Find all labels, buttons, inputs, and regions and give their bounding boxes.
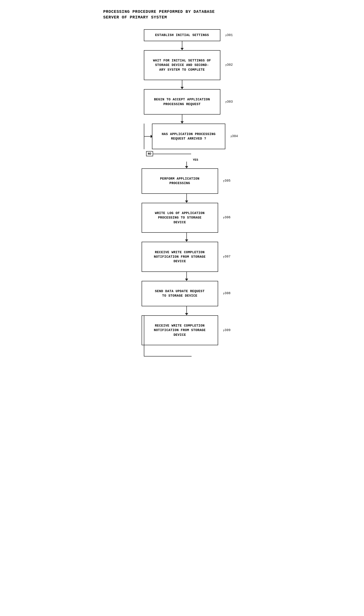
bottom-loop-connector [126,345,238,357]
arrow-2 [144,80,220,89]
label-306: ⲣ306 [223,216,231,220]
step-306-box: WRITE LOG OF APPLICATION PROCESSING TO S… [142,203,218,233]
step-302-row: WAIT FOR INITIAL SETTINGS OF STORAGE DEV… [103,50,261,80]
step-305-row: PERFORM APPLICATION PROCESSING ⲣ305 [126,168,238,194]
no-badge: NO [146,151,153,156]
loop-left-bottom-line [144,315,144,345]
flowchart-diagram: ESTABLISH INITIAL SETTINGS ⲣ301 WAIT FOR… [103,29,261,357]
label-305: ⲣ305 [223,179,231,183]
step-301-box: ESTABLISH INITIAL SETTINGS ⲣ301 [144,29,220,41]
loop-arrow-right [144,135,153,138]
loop-left-top-line [144,124,144,149]
label-303: ⲣ303 [226,100,233,104]
step-309-row: RECEIVE WRITE COMPLETION NOTIFICATION FR… [126,315,238,345]
no-arrow-section: NO [126,149,238,158]
yes-label-row: YES [130,158,243,162]
label-307: ⲣ307 [223,255,231,259]
arrow-8 [148,306,225,315]
step-308-row: SEND DATA UPDATE REQUEST TO STORAGE DEVI… [126,281,238,306]
label-308: ⲣ308 [223,291,231,296]
step-307-row: RECEIVE WRITE COMPLETION NOTIFICATION FR… [126,242,238,272]
label-309: ⲣ309 [223,328,231,333]
label-301: ⲣ301 [226,33,233,38]
step-303-box: BEGIN TO ACCEPT APPLICATION PROCESSING R… [144,89,220,115]
page-title: PROCESSING PROCEDURE PERFORMED BY DATABA… [103,9,261,20]
step-305-box: PERFORM APPLICATION PROCESSING ⲣ305 [142,168,218,194]
arrow-4 [148,162,225,168]
page: PROCESSING PROCEDURE PERFORMED BY DATABA… [103,9,261,607]
step-304-row: HAS APPLICATION PROCESSING REQUEST ARRIV… [126,124,238,149]
arrow-6 [148,233,225,242]
step-307-box: RECEIVE WRITE COMPLETION NOTIFICATION FR… [142,242,218,272]
loop-wrapper: HAS APPLICATION PROCESSING REQUEST ARRIV… [126,124,238,357]
label-304: ⲣ304 [231,134,238,139]
step-304-box: HAS APPLICATION PROCESSING REQUEST ARRIV… [152,124,225,149]
arrow-7 [148,272,225,281]
arrow-1 [144,41,220,50]
arrow-5 [148,194,225,203]
label-302: ⲣ302 [226,63,233,67]
yes-label: YES [193,158,198,162]
step-303-row: BEGIN TO ACCEPT APPLICATION PROCESSING R… [103,89,261,115]
arrow-3 [144,115,220,124]
step-301-row: ESTABLISH INITIAL SETTINGS ⲣ301 [103,29,261,41]
step-302-box: WAIT FOR INITIAL SETTINGS OF STORAGE DEV… [144,50,220,80]
step-308-box: SEND DATA UPDATE REQUEST TO STORAGE DEVI… [142,281,218,306]
step-306-row: WRITE LOG OF APPLICATION PROCESSING TO S… [126,203,238,233]
step-309-box: RECEIVE WRITE COMPLETION NOTIFICATION FR… [142,315,218,345]
